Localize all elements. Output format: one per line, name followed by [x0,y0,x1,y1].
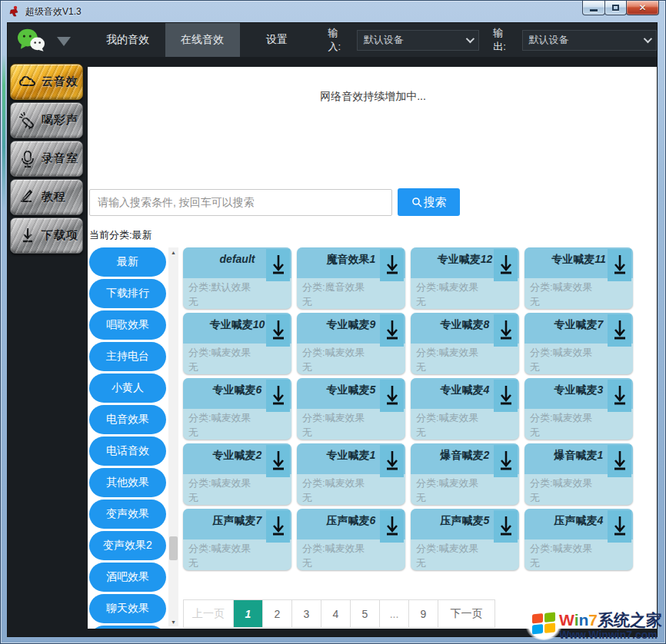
sidebar-button-4[interactable]: 下载项 [10,217,83,254]
sound-card[interactable]: 压声喊麦6分类:喊麦效果无 [297,509,405,570]
sound-card[interactable]: 爆音喊麦2分类:喊麦效果无 [411,443,519,505]
download-button[interactable] [380,380,404,412]
sound-card[interactable]: 专业喊麦1分类:喊麦效果无 [297,443,405,505]
download-button[interactable] [266,314,290,347]
category-pill-5[interactable]: 电音效果 [89,405,166,434]
pagination-next[interactable]: 下一页 [438,600,495,627]
tab-0[interactable]: 我的音效 [91,23,165,57]
sound-card[interactable]: 专业喊麦3分类:喊麦效果无 [524,378,633,440]
category-pill-8[interactable]: 变声效果 [89,500,166,529]
pagination-page-9[interactable]: 9 [408,600,438,627]
sidebar-button-0[interactable]: 云音效 [10,64,83,100]
chevron-down-icon[interactable] [57,37,71,46]
download-button[interactable] [494,510,518,543]
sound-card[interactable]: default分类:默认效果无 [183,247,291,309]
download-button[interactable] [494,314,518,347]
sound-card[interactable]: 专业喊麦10分类:喊麦效果无 [183,313,291,374]
sound-card[interactable]: 专业喊麦7分类:喊麦效果无 [524,313,633,374]
download-button[interactable] [494,380,518,412]
category-pill-10[interactable]: 酒吧效果 [89,563,166,592]
card-category: 分类:喊麦效果 [530,541,628,556]
maximize-button[interactable] [604,1,627,15]
card-category: 分类:喊麦效果 [530,345,628,360]
sound-card[interactable]: 压声喊麦5分类:喊麦效果无 [411,509,519,570]
sound-card[interactable]: 专业喊麦11分类:喊麦效果无 [524,247,633,309]
category-pill-11[interactable]: 聊天效果 [89,594,166,623]
pagination-page-5[interactable]: 5 [350,600,379,627]
card-extra: 无 [302,360,400,374]
download-button[interactable] [266,249,290,281]
sound-card[interactable]: 魔音效果1分类:魔音效果无 [297,247,405,309]
download-button[interactable] [608,510,631,543]
category-pill-6[interactable]: 电话音效 [89,437,166,466]
sound-card[interactable]: 压声喊麦7分类:喊麦效果无 [183,509,291,570]
download-button[interactable] [380,510,404,543]
titlebar[interactable]: 超级音效V1.3 ✕ [1,1,665,22]
tab-1[interactable]: 在线音效 [165,23,240,57]
input-device-select[interactable]: 默认设备 [357,30,480,51]
search-input[interactable] [89,189,392,216]
download-button[interactable] [380,314,404,347]
category-scrollbar[interactable]: ▲ ▼ [168,247,178,626]
download-button[interactable] [608,249,631,281]
sound-card[interactable]: 专业喊麦4分类:喊麦效果无 [411,378,519,440]
download-button[interactable] [494,249,518,281]
output-device-select[interactable]: 默认设备 [522,30,657,51]
pagination-page-4[interactable]: 4 [321,600,350,627]
category-pill-0[interactable]: 最新 [89,247,166,277]
download-button[interactable] [380,249,404,281]
sound-card[interactable]: 专业喊麦2分类:喊麦效果无 [183,443,291,505]
card-body: 分类:喊麦效果无 [524,539,633,570]
search-button[interactable]: 搜索 [398,188,460,216]
minimize-button[interactable] [582,1,605,15]
card-category: 分类:喊麦效果 [302,345,400,360]
download-button[interactable] [266,380,290,412]
download-icon [498,319,514,342]
card-category: 分类:默认效果 [188,280,286,294]
sidebar-button-3[interactable]: 教程 [10,179,83,215]
sidebar-button-1[interactable]: 喝彩声 [10,102,83,138]
watermark-brand: Win7系统之家 [559,612,662,628]
tab-2[interactable]: 设置 [240,23,315,57]
pagination-page-3[interactable]: 3 [291,600,321,627]
sound-card[interactable]: 专业喊麦8分类:喊麦效果无 [411,313,519,374]
sidebar-button-label: 云音效 [42,75,78,89]
category-pill-7[interactable]: 其他效果 [89,468,166,497]
pagination-page-2[interactable]: 2 [262,600,291,627]
card-category: 分类:喊麦效果 [188,345,286,360]
sound-card[interactable]: 爆音喊麦1分类:喊麦效果无 [524,443,633,505]
card-extra: 无 [188,360,286,374]
scrollbar-thumb[interactable] [169,536,178,560]
download-button[interactable] [608,445,631,477]
category-pill-4[interactable]: 小黄人 [89,373,166,403]
sound-card[interactable]: 专业喊麦12分类:喊麦效果无 [411,247,519,309]
category-pill-partial[interactable] [89,626,166,629]
download-button[interactable] [380,445,404,477]
category-pill-1[interactable]: 下载排行 [89,279,166,308]
scroll-down-icon[interactable]: ▼ [168,617,178,626]
download-button[interactable] [494,445,518,477]
scroll-up-icon[interactable]: ▲ [168,247,178,257]
pagination-prev[interactable]: 上一页 [184,600,233,627]
card-extra: 无 [416,294,514,309]
category-pill-3[interactable]: 主持电台 [89,342,166,371]
sound-card[interactable]: 专业喊麦6分类:喊麦效果无 [183,378,291,440]
sound-card[interactable]: 专业喊麦5分类:喊麦效果无 [297,378,405,440]
download-button[interactable] [608,380,631,412]
download-button[interactable] [266,445,290,477]
close-button[interactable]: ✕ [626,1,659,15]
sound-card[interactable]: 专业喊麦9分类:喊麦效果无 [297,313,405,374]
pagination-page-1[interactable]: 1 [233,600,262,627]
category-pill-9[interactable]: 变声效果2 [89,531,166,560]
download-button[interactable] [266,510,290,543]
wechat-icon[interactable] [17,28,46,52]
pagination-ellipsis[interactable]: ... [379,600,408,627]
window-title: 超级音效V1.3 [25,5,82,18]
download-button[interactable] [608,314,631,347]
sidebar-button-2[interactable]: 录音室 [10,141,83,177]
card-body: 分类:默认效果无 [183,278,291,309]
sound-card[interactable]: 压声喊麦4分类:喊麦效果无 [524,509,633,570]
card-body: 分类:喊麦效果无 [524,278,633,309]
category-pill-2[interactable]: 唱歌效果 [89,310,166,340]
download-icon [498,384,514,407]
